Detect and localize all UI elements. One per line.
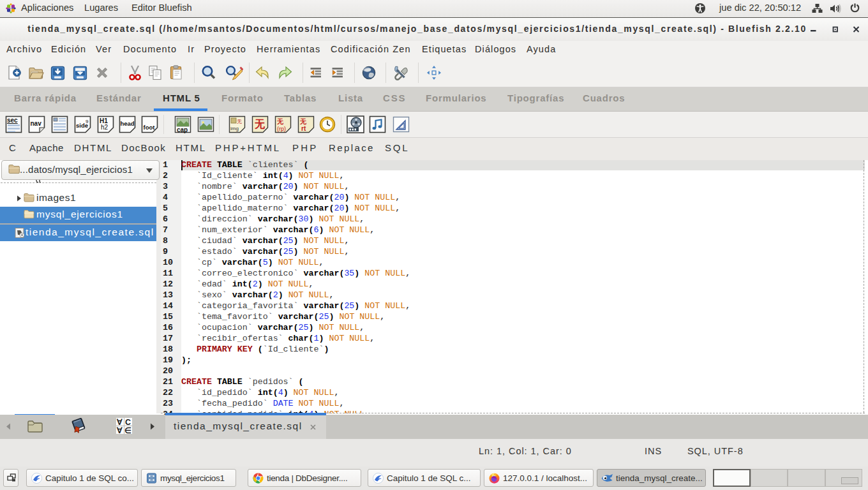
svg-text:∀: ∀ [116, 418, 123, 427]
svg-text:sec: sec [7, 117, 18, 124]
svg-text:nav: nav [31, 120, 42, 127]
svg-text:(rp): (rp) [277, 126, 286, 132]
svg-text:foot: foot [144, 124, 156, 131]
svg-text:9: 9 [86, 119, 89, 124]
svg-text:cap: cap [177, 126, 188, 133]
svg-text:无: 无 [237, 119, 242, 124]
svg-text:img: img [230, 126, 239, 131]
svg-text:∈: ∈ [124, 426, 131, 434]
svg-text:无: 无 [299, 118, 307, 125]
svg-text:h2: h2 [101, 124, 108, 131]
svg-text:∀: ∀ [116, 426, 123, 434]
svg-text:无: 无 [276, 118, 284, 125]
svg-text:rt: rt [301, 125, 306, 132]
svg-text:head: head [121, 120, 135, 127]
svg-text:C: C [125, 418, 131, 427]
svg-text:无: 无 [254, 119, 266, 130]
